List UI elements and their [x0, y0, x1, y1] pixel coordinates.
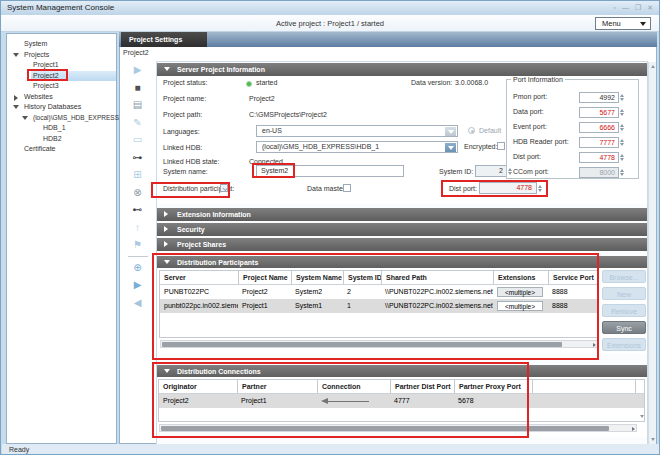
linked-hdb-state-label: Linked HDB state:	[163, 158, 219, 165]
new-button[interactable]: New	[602, 287, 646, 300]
pmon-port-stepper[interactable]: 4992	[579, 92, 619, 103]
tree-item-project1[interactable]: Project1	[7, 60, 116, 71]
activate-next-icon[interactable]: ▶	[134, 276, 142, 294]
connection-row[interactable]: Project2 Project1 4777 5678	[159, 394, 644, 408]
dist-port-info-label: Dist port:	[513, 153, 541, 160]
spinner-arrows-icon[interactable]	[620, 136, 627, 148]
system-id-stepper[interactable]: 2	[475, 165, 507, 177]
data-port-stepper[interactable]: 5677	[579, 107, 619, 118]
port-information-legend: Port Information	[511, 76, 565, 83]
port-information-group: Port Information Pmon port: 4992 Data po…	[506, 76, 639, 179]
scroll-right-icon[interactable]	[632, 427, 635, 431]
scroll-down-icon[interactable]	[651, 438, 655, 441]
participants-table: Server Project Name System Name System I…	[159, 270, 599, 338]
close-button[interactable]: ✕	[647, 4, 655, 11]
activate-prev-icon[interactable]: ◀	[134, 294, 142, 312]
distribution-participant-checkbox[interactable]	[220, 184, 228, 192]
tree-item-project2-selected[interactable]: Project2	[31, 71, 116, 82]
project-name-value: Project2	[249, 95, 275, 102]
project-path-label: Project path:	[163, 111, 202, 118]
spinner-arrows-icon[interactable]	[538, 182, 545, 194]
chevron-down-icon[interactable]	[445, 127, 456, 136]
participant-row[interactable]: PUNBT022PC Project2 System2 2 \\PUNBT022…	[160, 285, 598, 299]
extensions-cell-dropdown[interactable]: <multiple>	[497, 301, 543, 311]
add-project-icon[interactable]: ⊕	[133, 259, 141, 277]
spinner-arrows-icon[interactable]	[620, 106, 627, 118]
section-project-shares[interactable]: Project Shares	[157, 238, 647, 251]
menu-dropdown[interactable]: Menu	[595, 17, 651, 30]
pin-icon[interactable]: ⚑	[133, 236, 142, 254]
collapse-arrow-icon	[164, 241, 168, 247]
system-name-input[interactable]: System2	[256, 165, 404, 177]
spinner-arrows-icon[interactable]	[620, 151, 627, 163]
linked-hdb-dropdown[interactable]: (local)\GMS_HDB_EXPRESS\HDB_1	[256, 141, 458, 153]
ccom-port-stepper: 8000	[579, 167, 619, 178]
languages-listbox[interactable]: en-US	[256, 125, 458, 137]
scroll-down-icon[interactable]	[640, 415, 644, 418]
restore-project-icon[interactable]: ▤	[133, 96, 142, 114]
cancel-icon[interactable]: ⊗	[133, 184, 141, 202]
tree-item-hdb2[interactable]: HDB2	[7, 134, 116, 145]
sync-button[interactable]: Sync	[602, 321, 646, 334]
dist-port-label: Dist port:	[449, 185, 477, 192]
section-security[interactable]: Security	[157, 223, 647, 236]
dist-port-info-stepper[interactable]: 4778	[579, 152, 619, 163]
tree-item-history-databases[interactable]: History Databases	[7, 102, 116, 113]
tree-item-hdb-express[interactable]: (local)\GMS_HDB_EXPRESS	[7, 113, 116, 124]
save-project-icon[interactable]: ⊞	[133, 166, 141, 184]
start-project-icon[interactable]: ▶	[134, 61, 142, 79]
participant-row[interactable]: punbt022pc.in002.siemer Project1 System1…	[160, 299, 598, 313]
tab-project-settings[interactable]: Project Settings	[121, 32, 207, 47]
remove-button[interactable]: Remove	[602, 304, 646, 317]
tree-item-system[interactable]: System	[7, 39, 116, 50]
data-master-checkbox[interactable]	[343, 184, 351, 192]
system-id-label: System ID:	[439, 168, 473, 175]
event-port-stepper[interactable]: 6666	[579, 122, 619, 133]
section-extension-information[interactable]: Extension Information	[157, 208, 647, 221]
tree-item-hdb1[interactable]: HDB_1	[7, 123, 116, 134]
unlink-distribution-icon[interactable]: ⊷	[133, 201, 143, 219]
tree-item-websites[interactable]: Websites	[7, 92, 116, 103]
languages-label: Languages:	[163, 128, 200, 135]
connections-table: Originator Partner Connection Partner Di…	[158, 379, 645, 422]
scroll-right-icon[interactable]	[593, 343, 596, 347]
connections-horizontal-scrollbar[interactable]	[159, 424, 637, 432]
system-tree: System Projects Project1 Project2 Projec…	[6, 33, 117, 444]
scrollbar-thumb[interactable]	[161, 426, 609, 431]
minimize-button[interactable]: —	[622, 4, 631, 11]
settings-vertical-scrollbar[interactable]	[648, 62, 656, 444]
connection-direction-arrow	[321, 398, 371, 405]
dist-port-stepper[interactable]: 4778	[479, 182, 537, 194]
extensions-cell-dropdown[interactable]: <multiple>	[497, 287, 543, 297]
upload-icon[interactable]: ↑	[135, 219, 140, 237]
default-radio[interactable]	[468, 127, 475, 134]
collapse-arrow-icon[interactable]	[14, 95, 18, 101]
section-server-project-information[interactable]: Server Project Information	[157, 63, 647, 76]
distribution-connections-panel: Originator Partner Connection Partner Di…	[157, 377, 647, 437]
spinner-arrows-icon	[620, 166, 627, 178]
chevron-down-icon[interactable]	[445, 143, 456, 152]
tree-item-project3[interactable]: Project3	[7, 81, 116, 92]
rename-project-icon[interactable]: ▭	[133, 131, 142, 149]
spinner-arrows-icon[interactable]	[620, 91, 627, 103]
scroll-up-icon[interactable]	[651, 65, 655, 68]
tree-item-certificate[interactable]: Certificate	[7, 144, 116, 155]
scrollbar-thumb[interactable]	[162, 342, 562, 347]
stop-project-icon[interactable]: ■	[134, 79, 140, 97]
window-badge-icon: ▫	[614, 4, 618, 11]
edit-project-icon[interactable]: ✎	[133, 114, 141, 132]
hdb-reader-port-stepper[interactable]: 7777	[579, 137, 619, 148]
spinner-arrows-icon[interactable]	[620, 121, 627, 133]
link-distribution-icon[interactable]: ⊶	[133, 149, 143, 167]
browse-button[interactable]: Browse...	[602, 270, 646, 283]
expand-arrow-icon[interactable]	[22, 116, 28, 120]
expand-arrow-icon[interactable]	[13, 53, 19, 57]
maximize-button[interactable]: ❒	[635, 4, 643, 11]
chevron-down-icon	[640, 22, 646, 26]
encrypted-label: Encrypted:	[464, 143, 497, 150]
extensions-button[interactable]: Extensions	[602, 338, 646, 351]
participants-horizontal-scrollbar[interactable]	[160, 340, 598, 348]
expand-arrow-icon[interactable]	[13, 105, 19, 109]
encrypted-checkbox[interactable]	[497, 142, 505, 150]
tree-item-projects[interactable]: Projects	[7, 50, 116, 61]
